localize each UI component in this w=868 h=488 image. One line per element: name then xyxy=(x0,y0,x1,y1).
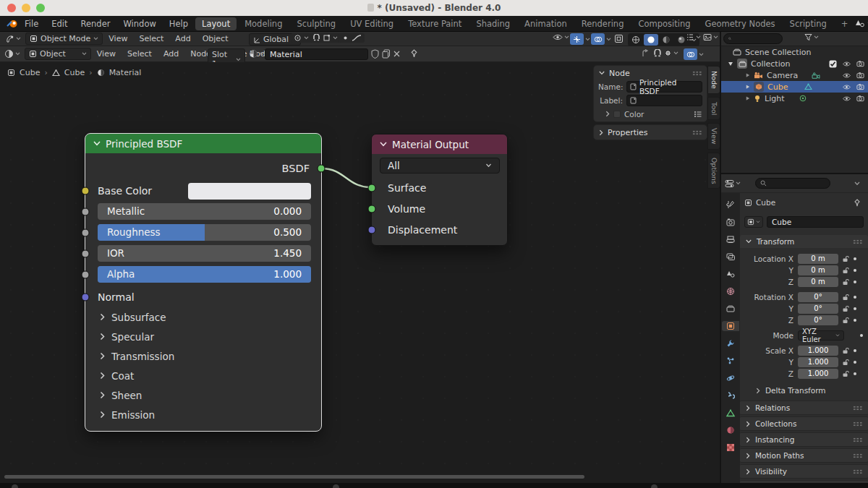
metallic-slider[interactable]: Metallic0.000 xyxy=(98,203,311,220)
rotation-z-field[interactable]: 0° xyxy=(798,315,838,325)
editor-type-shader-button[interactable] xyxy=(4,49,20,59)
tab-tool-settings[interactable] xyxy=(722,200,739,210)
add-workspace-button[interactable]: + xyxy=(835,17,855,30)
ior-input-socket[interactable] xyxy=(82,250,90,258)
metallic-input-socket[interactable] xyxy=(82,208,90,216)
outliner-row-scene-collection[interactable]: Scene Collection xyxy=(721,46,868,58)
panel-drag-handle[interactable] xyxy=(853,406,862,411)
roughness-slider[interactable]: Roughness0.500 xyxy=(98,224,311,241)
tab-options[interactable]: Options xyxy=(707,153,720,189)
editor-divider-horizontal[interactable] xyxy=(720,173,868,174)
outliner-row-light[interactable]: Light xyxy=(721,93,868,104)
animate-dot[interactable] xyxy=(854,307,856,310)
workspace-tab-scripting[interactable]: Scripting xyxy=(783,17,833,30)
tab-physics[interactable] xyxy=(722,373,739,383)
animate-dot[interactable] xyxy=(854,319,856,322)
outliner-row-camera[interactable]: Camera xyxy=(721,69,868,81)
tab-collection[interactable] xyxy=(722,304,739,314)
object-name-field[interactable]: Cube xyxy=(767,216,864,228)
show-gizmo-toggle[interactable] xyxy=(570,33,584,45)
panel-visibility[interactable]: Visibility xyxy=(740,464,868,479)
disclosure-closed-icon[interactable] xyxy=(745,95,750,101)
animate-dot[interactable] xyxy=(860,334,863,337)
menu-edit[interactable]: Edit xyxy=(45,19,74,29)
snapping-controls[interactable] xyxy=(310,33,341,43)
principled-bsdf-node[interactable]: Principled BSDF BSDF Base Color Metallic… xyxy=(85,134,321,431)
tab-world[interactable] xyxy=(722,286,739,296)
color-checkbox[interactable] xyxy=(613,111,621,118)
workspace-tab-shading[interactable]: Shading xyxy=(469,17,516,30)
lock-icon[interactable] xyxy=(842,305,849,312)
principled-bsdf-header[interactable]: Principled BSDF xyxy=(85,134,321,153)
hide-eye-toggle[interactable] xyxy=(842,95,851,102)
snap-pivot-button[interactable] xyxy=(291,33,312,43)
hide-eye-toggle[interactable] xyxy=(842,84,851,90)
tab-view-layer[interactable] xyxy=(722,252,739,262)
gizmo-options-chevron[interactable] xyxy=(585,38,590,41)
scene-selector[interactable]: Scene xyxy=(855,19,868,29)
tab-output[interactable] xyxy=(722,234,739,244)
workspace-tab-compositing[interactable]: Compositing xyxy=(631,17,697,30)
animate-dot[interactable] xyxy=(854,281,856,283)
properties-editor-type-button[interactable] xyxy=(725,179,741,188)
tab-modifiers[interactable] xyxy=(722,338,739,348)
collapse-chevron-icon[interactable] xyxy=(380,142,387,147)
panel-relations[interactable]: Relations xyxy=(740,401,868,415)
parent-node-tree-button[interactable] xyxy=(641,49,650,58)
tab-object[interactable] xyxy=(722,321,739,331)
workspace-tab-rendering[interactable]: Rendering xyxy=(575,17,631,30)
color-expand-chevron[interactable] xyxy=(605,111,610,117)
section-coat[interactable]: Coat xyxy=(100,366,134,385)
object-visibility-dropdown[interactable] xyxy=(553,33,569,41)
collapse-chevron-icon[interactable] xyxy=(93,141,101,146)
material-output-header[interactable]: Material Output xyxy=(372,134,507,154)
bsdf-output-socket[interactable] xyxy=(318,165,326,173)
show-overlays-toggle[interactable] xyxy=(591,33,605,45)
scale-z-field[interactable]: 1.000 xyxy=(798,369,838,379)
lock-icon[interactable] xyxy=(842,255,849,262)
roughness-input-socket[interactable] xyxy=(82,229,90,237)
section-transmission[interactable]: Transmission xyxy=(100,346,174,366)
properties-panel-header[interactable]: Properties xyxy=(594,125,707,140)
hide-eye-toggle[interactable] xyxy=(842,61,851,67)
panel-drag-handle[interactable] xyxy=(692,71,702,76)
blender-logo-icon[interactable] xyxy=(7,19,18,28)
rotation-mode-dropdown[interactable]: XYZ Euler xyxy=(798,330,844,341)
menu-render[interactable]: Render xyxy=(75,19,117,29)
lock-icon[interactable] xyxy=(842,317,849,324)
rotation-x-field[interactable]: 0° xyxy=(798,292,838,302)
disable-render-toggle[interactable] xyxy=(856,72,864,79)
shader-menu-add[interactable]: Add xyxy=(158,49,184,59)
proportional-editing-controls[interactable] xyxy=(339,33,365,43)
outliner-row-cube[interactable]: Cube xyxy=(721,81,868,93)
editor-divider-vertical[interactable] xyxy=(720,32,721,483)
animate-dot[interactable] xyxy=(854,372,856,375)
ior-slider[interactable]: IOR1.450 xyxy=(98,245,311,262)
material-output-node[interactable]: Material Output All Surface Volume Displ… xyxy=(371,134,508,246)
workspace-tab-uv-editing[interactable]: UV Editing xyxy=(344,17,400,30)
normal-input-socket[interactable] xyxy=(82,294,90,301)
unlink-material-button[interactable] xyxy=(393,51,400,57)
node-snap-target-dropdown[interactable] xyxy=(664,49,678,57)
transform-panel-header[interactable]: Transform xyxy=(740,235,868,248)
panel-drag-handle[interactable] xyxy=(853,437,862,442)
scale-x-field[interactable]: 1.000 xyxy=(798,346,838,356)
properties-filter-chevron[interactable] xyxy=(854,181,860,186)
mode-dropdown[interactable]: Object Mode xyxy=(25,33,103,45)
pin-id-icon[interactable] xyxy=(854,199,861,207)
xray-toggle[interactable] xyxy=(614,34,624,43)
disclosure-closed-icon[interactable] xyxy=(745,72,750,78)
rotation-y-field[interactable]: 0° xyxy=(798,304,838,314)
location-y-field[interactable]: 0 m xyxy=(798,265,838,275)
base-color-swatch[interactable] xyxy=(188,183,311,200)
animate-dot[interactable] xyxy=(854,361,856,364)
section-subsurface[interactable]: Subsurface xyxy=(100,307,166,327)
workspace-tab-modeling[interactable]: Modeling xyxy=(238,17,289,30)
outliner-row-collection[interactable]: Collection xyxy=(721,58,868,69)
panel-motion-paths[interactable]: Motion Paths xyxy=(740,448,868,463)
scale-y-field[interactable]: 1.000 xyxy=(798,357,838,367)
viewport-menu-add[interactable]: Add xyxy=(169,34,196,43)
tab-object-data[interactable] xyxy=(722,408,739,418)
browse-material-dropdown[interactable] xyxy=(249,49,265,59)
viewport-menu-object[interactable]: Object xyxy=(197,34,234,43)
